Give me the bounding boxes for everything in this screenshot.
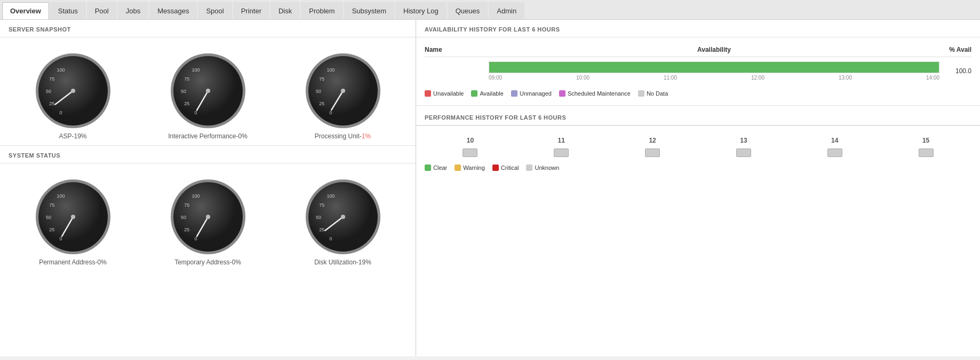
avail-bar-container: 09:0010:0011:0012:0013:0014:00 (489, 61, 939, 81)
perf-legend-dot (526, 165, 532, 171)
perf-legend-label: Clear (433, 165, 447, 171)
nav-tab-disk[interactable]: Disk (270, 2, 300, 19)
perf-legend-item: Warning (455, 165, 485, 171)
perf-hour-label: 15 (922, 137, 929, 144)
perf-legend: ClearWarningCriticalUnknown (425, 165, 971, 171)
nav-tab-queues[interactable]: Queues (448, 2, 488, 19)
avail-legend-label: Available (480, 90, 503, 97)
perf-col-15: 15 (880, 137, 971, 157)
avail-legend-dot (638, 90, 644, 97)
avail-time-labels: 09:0010:0011:0012:0013:0014:00 (489, 75, 939, 81)
svg-text:100: 100 (326, 193, 334, 199)
perf-hour-label: 10 (467, 137, 474, 144)
svg-text:75: 75 (49, 202, 54, 208)
perf-bar-small (554, 148, 569, 157)
system-status-gauges: 0255075100Permanent Address-0%0255075100… (0, 163, 416, 271)
main-content: SERVER SNAPSHOT 0255075100ASP-19%0255075… (0, 20, 980, 356)
svg-text:75: 75 (49, 76, 54, 82)
nav-tabs: OverviewStatusPoolJobsMessagesSpoolPrint… (0, 0, 980, 20)
server-gauge-1: 0255075100Interactive Performance-0% (168, 48, 248, 140)
perf-legend-item: Clear (425, 165, 447, 171)
right-panel: AVAILABILITY HISTORY FOR LAST 6 HOURS Na… (416, 20, 980, 356)
svg-text:75: 75 (319, 202, 324, 208)
perf-bar-small (645, 148, 660, 157)
avail-legend-item: No Data (638, 90, 668, 97)
svg-text:100: 100 (326, 67, 334, 73)
server-gauge-0: 0255075100ASP-19% (33, 48, 113, 140)
svg-text:100: 100 (57, 193, 65, 199)
avail-legend-dot (471, 90, 477, 97)
avail-legend-item: Scheduled Maintenance (559, 90, 631, 97)
svg-text:50: 50 (45, 215, 51, 220)
svg-text:25: 25 (319, 227, 324, 232)
nav-tab-historylog[interactable]: History Log (395, 2, 447, 19)
svg-text:50: 50 (45, 89, 51, 94)
nav-tab-status[interactable]: Status (50, 2, 86, 19)
svg-point-35 (71, 215, 75, 219)
avail-bar-bg (489, 61, 939, 73)
svg-point-53 (341, 215, 345, 219)
avail-time-label: 14:00 (926, 75, 939, 81)
system-gauge-2: 0255075100Disk Utilization-19% (303, 174, 383, 266)
left-panel: SERVER SNAPSHOT 0255075100ASP-19%0255075… (0, 20, 416, 356)
perf-hour-label: 11 (558, 137, 565, 144)
avail-legend-dot (425, 90, 431, 97)
avail-time-label: 10:00 (576, 75, 589, 81)
avail-pct-value: 100.0 (939, 67, 971, 75)
nav-tab-printer[interactable]: Printer (233, 2, 269, 19)
avail-legend-dot (511, 90, 517, 97)
server-gauge-label-2: Processing Unit-1% (315, 132, 371, 140)
svg-point-26 (341, 89, 345, 93)
avail-legend-item: Available (471, 90, 503, 97)
nav-tab-spool[interactable]: Spool (198, 2, 232, 19)
svg-text:50: 50 (180, 215, 186, 220)
perf-col-11: 11 (516, 137, 607, 157)
avail-legend-item: Unmanaged (511, 90, 552, 97)
avail-col-name: Name (425, 46, 489, 53)
availability-section: Name Availability % Avail 09:0010:0011:0… (416, 37, 980, 102)
perf-bar-small (463, 148, 477, 157)
performance-header: PERFORMANCE HISTORY FOR LAST 6 HOURS (416, 108, 980, 126)
server-snapshot-header: SERVER SNAPSHOT (0, 20, 416, 37)
perf-bar-small (736, 148, 751, 157)
svg-text:100: 100 (192, 193, 200, 199)
system-gauge-label-0: Permanent Address-0% (39, 259, 107, 266)
svg-text:25: 25 (184, 101, 189, 106)
perf-col-14: 14 (789, 137, 880, 157)
avail-legend-label: Unmanaged (520, 90, 552, 97)
svg-text:50: 50 (315, 89, 321, 94)
svg-text:25: 25 (49, 101, 54, 106)
svg-point-17 (206, 89, 210, 93)
nav-tab-jobs[interactable]: Jobs (118, 2, 148, 19)
avail-legend-dot (559, 90, 565, 97)
availability-header: AVAILABILITY HISTORY FOR LAST 6 HOURS (416, 20, 980, 37)
avail-table-header: Name Availability % Avail (425, 43, 971, 57)
avail-legend: UnavailableAvailableUnmanagedScheduled M… (425, 90, 971, 97)
nav-tab-overview[interactable]: Overview (2, 2, 49, 19)
nav-tab-pool[interactable]: Pool (87, 2, 117, 19)
nav-tab-subsystem[interactable]: Subsystem (344, 2, 394, 19)
system-gauge-0: 0255075100Permanent Address-0% (33, 174, 113, 266)
svg-text:50: 50 (315, 215, 321, 220)
perf-legend-dot (455, 165, 461, 171)
system-gauge-label-1: Temporary Address-0% (174, 259, 241, 266)
svg-point-8 (71, 89, 75, 93)
nav-tab-admin[interactable]: Admin (489, 2, 524, 19)
perf-legend-item: Unknown (526, 165, 559, 171)
avail-time-label: 11:00 (664, 75, 677, 81)
perf-legend-item: Critical (492, 165, 519, 171)
svg-text:75: 75 (184, 202, 189, 208)
avail-legend-label: No Data (647, 90, 668, 97)
svg-text:100: 100 (57, 67, 65, 73)
nav-tab-problem[interactable]: Problem (301, 2, 342, 19)
perf-legend-label: Unknown (535, 165, 559, 171)
server-gauge-label-0: ASP-19% (59, 132, 86, 140)
svg-text:100: 100 (192, 67, 200, 73)
nav-tab-messages[interactable]: Messages (149, 2, 197, 19)
perf-legend-dot (425, 165, 431, 171)
perf-legend-label: Warning (463, 165, 485, 171)
perf-legend-label: Critical (501, 165, 519, 171)
perf-hour-label: 13 (740, 137, 747, 144)
system-gauge-label-2: Disk Utilization-19% (314, 259, 371, 266)
avail-col-availability: Availability (489, 46, 939, 53)
